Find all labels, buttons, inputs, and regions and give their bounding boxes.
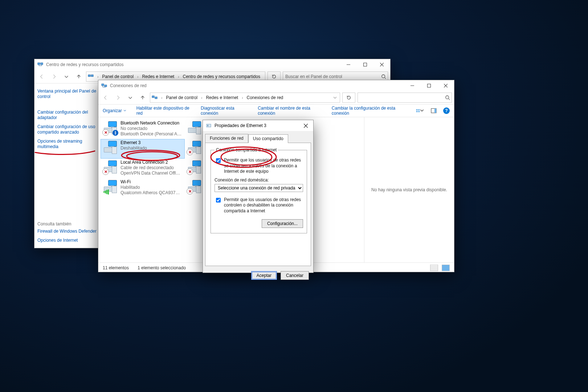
adapter-item[interactable]: Ethernet 3Deshabilitado··· (101, 139, 185, 159)
adapter-lines: Wi-FiHabilitadoQualcomm Atheros QCA9377 … (121, 179, 182, 196)
search-input[interactable] (359, 95, 445, 101)
chevron-right-icon: › (136, 75, 140, 79)
checkbox-allow-other-networks-label[interactable]: Permitir que los usuarios de otras redes… (224, 158, 303, 175)
crumb-dropdown[interactable] (332, 96, 338, 99)
maximize-button[interactable] (421, 80, 437, 91)
status-disconnected-icon: ✕ (102, 129, 109, 136)
checkbox-allow-control[interactable] (216, 198, 221, 203)
crumb[interactable]: Centro de redes y recursos compartidos (181, 74, 262, 79)
minimize-button[interactable] (404, 80, 421, 91)
adapter-item[interactable]: ✕ᛒBluetooth Network ConnectionNo conecta… (101, 119, 185, 139)
tab-networking[interactable]: Funciones de red (205, 134, 248, 143)
adapter-icon: ✕ (103, 160, 118, 174)
refresh-button[interactable] (342, 93, 355, 103)
adapter-icon: ✕ (187, 160, 202, 174)
command-bar: Organizar Habilitar este dispositivo de … (98, 105, 454, 117)
adapter-status: Cable de red desconectado (121, 165, 182, 171)
adapter-icon: ✕ (187, 179, 202, 194)
adapter-item[interactable]: Wi-FiHabilitadoQualcomm Atheros QCA9377 … (101, 178, 185, 198)
adapter-lines: Bluetooth Network ConnectionNo conectado… (121, 121, 182, 137)
organize-menu[interactable]: Organizar (103, 108, 126, 113)
sidebar-link-internet-options[interactable]: Opciones de Internet (37, 236, 99, 245)
help-button[interactable]: ? (443, 107, 450, 114)
sidebar-link-change-adapter[interactable]: Cambiar configuración del adaptador (37, 108, 99, 122)
adapter-item[interactable]: ✕Local Area Connection 2Cable de red des… (101, 159, 185, 178)
adapter-device: Bluetooth Device (Personal Area ... (121, 131, 182, 137)
view-options-button[interactable] (416, 106, 424, 115)
adapter-device: OpenVPN Data Channel Offload (121, 171, 182, 176)
sidebar-link-advanced-sharing[interactable]: Cambiar configuración de uso compartido … (37, 123, 99, 136)
large-icons-view-button[interactable] (442, 265, 450, 271)
chevron-right-icon: › (240, 96, 244, 100)
network-connections-icon (101, 83, 107, 89)
preview-empty-text: No hay ninguna vista previa disponible. (371, 187, 447, 192)
sidebar-link-media-streaming[interactable]: Opciones de streaming multimedia (37, 137, 99, 151)
chevron-right-icon: › (176, 75, 180, 79)
chevron-down-icon (420, 108, 424, 114)
cmd-enable-device[interactable]: Habilitar este dispositivo de red (136, 106, 191, 116)
nav-recent[interactable] (125, 93, 135, 103)
preview-pane-button[interactable] (429, 106, 438, 115)
svg-rect-1 (41, 63, 43, 65)
chevron-down-icon (123, 109, 126, 112)
adapter-icon: ✕ (187, 140, 202, 155)
nav-recent[interactable] (61, 72, 72, 82)
close-button[interactable] (373, 59, 390, 70)
sidebar-link-firewall[interactable]: Firewall de Windows Defender (37, 227, 99, 236)
search-input[interactable] (285, 74, 381, 79)
svg-rect-3 (88, 75, 90, 77)
close-button[interactable] (437, 80, 454, 91)
sidebar-link-control-panel-home[interactable]: Ventana principal del Panel de control (37, 87, 99, 101)
svg-rect-7 (105, 85, 107, 87)
details-view-button[interactable] (430, 265, 438, 271)
nav-up[interactable] (138, 93, 148, 103)
svg-rect-9 (152, 96, 154, 98)
svg-rect-6 (102, 84, 104, 86)
cancel-button[interactable]: Cancelar (281, 271, 309, 280)
svg-rect-13 (418, 109, 420, 110)
adapter-name: Ethernet 3 (121, 140, 147, 146)
svg-rect-17 (434, 109, 436, 113)
checkbox-allow-control-label[interactable]: Permitir que los usuarios de otras redes… (224, 197, 303, 214)
titlebar: Conexiones de red (98, 80, 454, 91)
nav-back[interactable] (37, 72, 47, 82)
cmd-rename[interactable]: Cambiar el nombre de esta conexión (258, 106, 322, 116)
crumb[interactable]: Redes e Internet (204, 95, 240, 100)
chevron-right-icon: › (96, 75, 100, 79)
adapter-lines: Ethernet 3Deshabilitado··· (121, 140, 147, 156)
dialog-buttons: Aceptar Cancelar (203, 268, 313, 284)
ok-button[interactable]: Aceptar (251, 271, 277, 280)
network-center-icon (88, 74, 94, 79)
search-box[interactable] (358, 93, 452, 103)
cmd-change-settings[interactable]: Cambiar la configuración de esta conexió… (332, 106, 405, 116)
nav-forward[interactable] (49, 72, 59, 82)
crumb-dropdown[interactable] (263, 75, 265, 78)
svg-rect-14 (416, 111, 418, 112)
crumb[interactable]: Panel de control (101, 74, 135, 79)
crumb[interactable]: Panel de control (164, 95, 199, 100)
crumb[interactable]: Redes e Internet (140, 74, 176, 79)
nav-forward[interactable] (113, 93, 123, 103)
minimize-button[interactable] (340, 59, 357, 70)
nav-up[interactable] (74, 72, 84, 82)
tabstrip: Funciones de red Uso compartido (203, 131, 313, 143)
adapter-device: ··· (121, 151, 147, 156)
adapter-status: Habilitado (121, 185, 182, 190)
checkbox-allow-other-networks[interactable] (216, 158, 221, 163)
tab-sharing[interactable]: Uso compartido (248, 134, 288, 143)
svg-rect-20 (207, 124, 211, 127)
close-button[interactable] (298, 120, 313, 131)
cmd-diagnose[interactable]: Diagnosticar esta conexión (201, 106, 248, 116)
tab-label: Funciones de red (210, 136, 244, 141)
breadcrumb[interactable]: › Panel de control › Redes e Internet › … (150, 93, 340, 103)
crumb[interactable]: Conexiones de red (245, 95, 285, 100)
chevron-right-icon: › (200, 96, 204, 100)
maximize-button[interactable] (357, 59, 373, 70)
home-connection-select[interactable]: Seleccione una conexión de red privada (215, 184, 303, 192)
status-disconnected-icon: ✕ (187, 188, 193, 195)
nav-back[interactable] (101, 93, 111, 103)
status-count: 11 elementos (103, 265, 129, 270)
adapter-status: Deshabilitado (121, 146, 147, 151)
settings-button[interactable]: Configuración... (262, 219, 303, 228)
group-legend: Conexión compartida a Internet (215, 147, 278, 152)
